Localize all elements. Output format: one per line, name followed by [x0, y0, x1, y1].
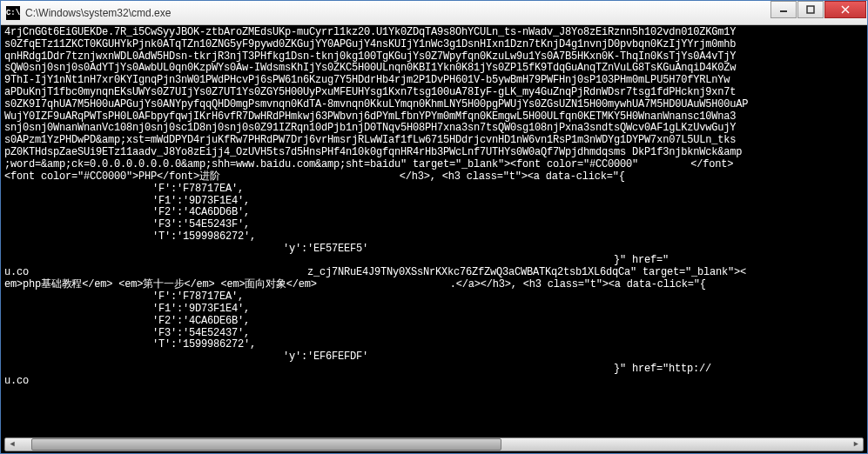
console-line: aPDuKnjT1fbc0mynqnEKsUWYs0Z7UIjYs0Z7UT1Y… — [4, 87, 864, 99]
console-line: sQW0snj0snj0s0AdYTjYs0AwbUL0qn0KzpWYs0Aw… — [4, 63, 864, 75]
cmd-icon: C:\ — [6, 6, 20, 20]
cmd-window: C:\ C:\Windows\system32\cmd.exe 4rjCnGGt… — [0, 0, 868, 454]
php-advance-line: <font color="#CC0000">PHP</font>进阶 </h3>… — [4, 171, 864, 184]
mid-url-line: u.coz_cj7NRuE4J9TNy0XSsNrKXkc76ZfZwQ3aCW… — [4, 267, 864, 279]
bottom-line: u.co — [4, 376, 864, 388]
kv-T-1: 'T':'1599986272', — [152, 231, 864, 244]
kv-F3-2: 'F3':'54E52437', — [152, 328, 864, 340]
console-line: s0APzm1YzPHDwPD&amp;xst=mWdDPYD4rjuKfRw7… — [4, 135, 864, 147]
console-line: snj0snj0WnanWnanVc108nj0snj0sc1D8nj0snj0… — [4, 123, 864, 135]
console-line: pZ0KTHdspZaeSUi9ETz11aadv_J8Yo8zEijj4_Oz… — [4, 147, 864, 159]
close-button[interactable] — [824, 1, 866, 18]
titlebar[interactable]: C:\ C:\Windows\system32\cmd.exe — [1, 1, 867, 25]
horizontal-scrollbar[interactable]: ◄ ► — [4, 437, 864, 451]
window-title: C:\Windows\system32\cmd.exe — [25, 7, 171, 19]
kv-F1-1: 'F1':'9D73F1E4', — [152, 196, 864, 208]
console-line: 9ThI-IjY1nNt1nH7xr0KYIgnqPjn3nW01PWdPHcv… — [4, 75, 864, 87]
svg-rect-1 — [807, 6, 814, 13]
href-line-1: }" href=" — [614, 255, 864, 267]
kv-F-2: 'F':'F78717EA', — [152, 291, 864, 304]
kv-y-1: 'y':'EF57EEF5' — [283, 244, 864, 256]
console-line: qnHRdg1Ddr7tznjwxnWDL0AdW5HDsn-tkrjR3njT… — [4, 51, 864, 63]
console-line: WujY0IZF9uARqPWTsPH0L0AFbpyfqwjIKrH6vfR7… — [4, 111, 864, 124]
kv-y-2: 'y':'EF6FEFDF' — [283, 351, 864, 364]
scroll-left-arrow-icon[interactable]: ◄ — [5, 438, 19, 451]
kv-F2-1: 'F2':'4CA6DD6B', — [152, 207, 864, 219]
url-line: ;word=&amp;ck=0.0.0.0.0.0.0.0&amp;shh=ww… — [4, 159, 864, 171]
kv-F2-2: 'F2':'4CA6DE6B', — [152, 316, 864, 328]
console-line: s0ZK9I7qhUA7M5H00uAPGujYs0ANYpyfqqQHD0mg… — [4, 99, 864, 111]
href-line-2: }" href="http:// — [614, 364, 864, 376]
kv-T-2: 'T':'1599986272', — [152, 339, 864, 351]
console-output: 4rjCnGGt6EiGUEKDe.7R_i5CwSyyJBOK-ztbAroZ… — [4, 27, 864, 159]
titlebar-left: C:\ C:\Windows\system32\cmd.exe — [6, 6, 171, 20]
kv-F1-2: 'F1':'9D73F1E4', — [152, 304, 864, 316]
console-area[interactable]: 4rjCnGGt6EiGUEKDe.7R_i5CwSyyJBOK-ztbAroZ… — [1, 25, 867, 453]
minimize-button[interactable] — [770, 1, 797, 18]
kv-F-1: 'F':'F78717EA', — [152, 184, 864, 196]
console-line: s0ZfqETz11ZKCT0KGUHYkPjnk0ATqTZn10ZNG5yF… — [4, 39, 864, 51]
php-tutorial-line: em>php基础教程</em> <em>第十一步</em> <em>面向对象</… — [4, 279, 864, 291]
maximize-button[interactable] — [797, 1, 824, 18]
scroll-right-arrow-icon[interactable]: ► — [849, 438, 863, 451]
console-line: 4rjCnGGt6EiGUEKDe.7R_i5CwSyyJBOK-ztbAroZ… — [4, 27, 864, 39]
window-controls — [770, 1, 867, 24]
scrollbar-thumb[interactable] — [31, 438, 501, 451]
kv-F3-1: 'F3':'54E5243F', — [152, 219, 864, 231]
